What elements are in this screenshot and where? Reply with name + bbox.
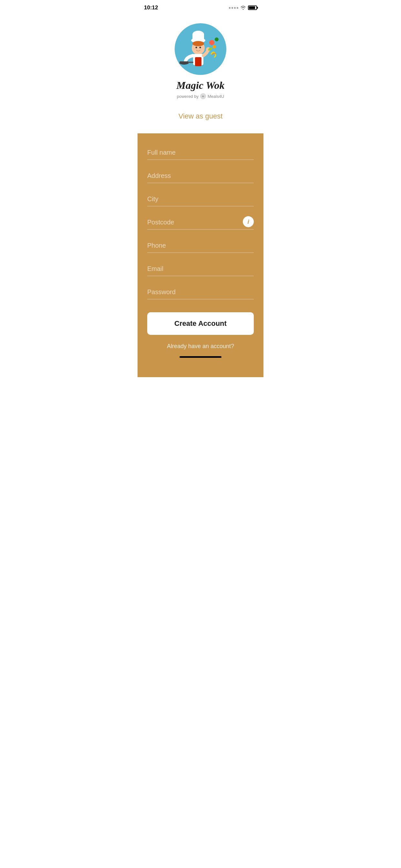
city-input[interactable] [147, 193, 254, 206]
signal-dots-icon [229, 7, 238, 9]
app-logo [175, 23, 226, 75]
svg-point-3 [192, 31, 204, 38]
status-time: 10:12 [144, 4, 158, 11]
meals4u-icon: M [200, 93, 206, 99]
svg-point-16 [213, 45, 216, 49]
svg-rect-12 [189, 62, 193, 63]
password-input[interactable] [147, 286, 254, 299]
svg-rect-11 [180, 61, 189, 64]
postcode-info-button[interactable]: i [243, 216, 254, 227]
email-field [147, 262, 254, 276]
powered-by: powered by M Meals4U [177, 93, 224, 99]
svg-rect-9 [195, 57, 202, 66]
wifi-icon [240, 5, 246, 10]
status-icons [229, 5, 257, 10]
status-bar: 10:12 [137, 0, 264, 13]
phone-input[interactable] [147, 239, 254, 253]
form-section: i Create Account Already have an account… [137, 133, 264, 377]
powered-by-label: powered by [177, 94, 198, 99]
chef-illustration [176, 25, 225, 73]
svg-point-5 [192, 41, 204, 46]
powered-by-brand: Meals4U [208, 94, 224, 99]
fullname-field [147, 146, 254, 160]
svg-point-6 [196, 47, 197, 49]
city-field [147, 193, 254, 206]
battery-icon [248, 5, 257, 10]
already-account-link[interactable]: Already have an account? [147, 343, 254, 350]
address-input[interactable] [147, 169, 254, 183]
svg-point-14 [209, 40, 214, 45]
create-account-button[interactable]: Create Account [147, 312, 254, 335]
svg-point-7 [199, 47, 201, 49]
svg-point-15 [215, 37, 219, 41]
view-as-guest-button[interactable]: View as guest [179, 112, 223, 120]
phone-field [147, 239, 254, 253]
address-field [147, 169, 254, 183]
postcode-input[interactable] [147, 216, 254, 229]
email-input[interactable] [147, 262, 254, 276]
app-title: Magic Wok [176, 80, 224, 91]
fullname-input[interactable] [147, 146, 254, 160]
postcode-field: i [147, 216, 254, 229]
home-indicator [180, 356, 221, 358]
hero-section: Magic Wok powered by M Meals4U View as g… [137, 13, 264, 133]
password-field [147, 286, 254, 299]
info-icon: i [247, 218, 249, 225]
